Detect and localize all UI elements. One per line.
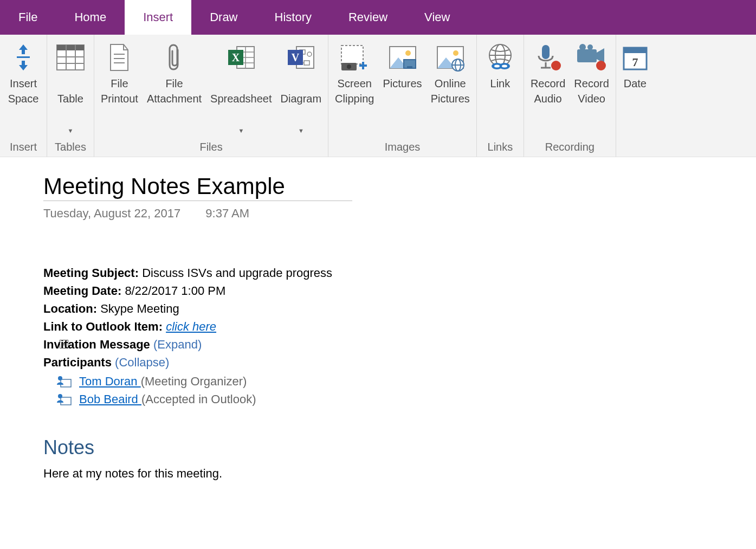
ribbon-group-recording: Record Audio Record Video Recording [524, 35, 616, 157]
participants-collapse-link[interactable]: (Collapse) [115, 356, 169, 369]
insert-space-button[interactable]: Insert Space [2, 38, 44, 139]
diagram-button[interactable]: V Diagram ▼ [276, 38, 326, 139]
microphone-icon [534, 41, 561, 74]
svg-point-51 [579, 44, 586, 50]
svg-rect-55 [624, 48, 647, 53]
svg-rect-29 [359, 64, 367, 67]
file-printout-button[interactable]: File Printout [96, 38, 143, 139]
visio-icon: V [287, 41, 315, 74]
pictures-icon [387, 41, 418, 74]
svg-rect-25 [341, 46, 363, 64]
svg-text:7: 7 [632, 55, 638, 69]
svg-point-45 [502, 65, 507, 68]
notes-body-text[interactable]: Here at my notes for this meeting. [43, 464, 756, 482]
location-label: Location: [43, 302, 97, 315]
record-audio-button[interactable]: Record Audio [526, 38, 570, 139]
svg-rect-2 [57, 45, 84, 50]
ribbon-label: Screen Clipping [335, 76, 374, 106]
meeting-location-row: Location: Skype Meeting [43, 300, 756, 318]
meeting-date-label: Meeting Date: [43, 284, 121, 298]
person-card-icon [56, 375, 72, 388]
outlook-link[interactable]: click here [166, 320, 216, 333]
invitation-row: + Invitation Message (Expand) [43, 335, 756, 353]
tab-draw[interactable]: Draw [191, 0, 256, 35]
note-body[interactable]: Meeting Subject: Discuss ISVs and upgrad… [43, 264, 756, 482]
tab-review[interactable]: Review [330, 0, 406, 35]
outlook-link-label: Link to Outlook Item: [43, 320, 163, 333]
page-title[interactable]: Meeting Notes Example [43, 173, 352, 201]
table-icon [56, 41, 85, 74]
svg-text:V: V [292, 51, 300, 63]
chevron-down-icon: ▼ [298, 127, 304, 134]
pictures-button[interactable]: Pictures [378, 38, 426, 139]
svg-rect-0 [17, 56, 30, 58]
svg-rect-50 [577, 49, 597, 62]
ribbon-label: Date [624, 76, 647, 106]
online-pictures-icon [435, 41, 466, 74]
paperclip-icon [167, 41, 182, 74]
tab-home[interactable]: Home [56, 0, 125, 35]
spreadsheet-button[interactable]: X Spreadsheet ▼ [206, 38, 276, 139]
screen-clipping-icon [339, 41, 370, 74]
svg-point-53 [596, 61, 606, 70]
note-page[interactable]: Meeting Notes Example Tuesday, August 22… [0, 157, 756, 482]
group-label-links: Links [477, 139, 524, 157]
ribbon-label: File Printout [101, 76, 138, 106]
ribbon-group-links: Link Links [477, 35, 524, 157]
ribbon-group-insert: Insert Space Insert [0, 35, 47, 157]
outlook-link-row: Link to Outlook Item: click here [43, 318, 756, 335]
video-camera-icon [576, 41, 608, 74]
date-button[interactable]: 7 Date [618, 38, 652, 139]
file-attachment-button[interactable]: File Attachment [143, 38, 206, 139]
svg-point-52 [587, 44, 593, 50]
participants-label: Participants [43, 356, 112, 369]
screen-clipping-button[interactable]: Screen Clipping [331, 38, 378, 139]
page-timestamp: Tuesday, August 22, 2017 9:37 AM [43, 206, 756, 221]
insert-space-icon [12, 41, 34, 74]
ribbon-label: Link [490, 76, 511, 106]
person-card-icon [56, 393, 72, 406]
participant-note: (Accepted in Outlook) [141, 392, 256, 406]
globe-link-icon [485, 41, 515, 74]
meeting-date-row: Meeting Date: 8/22/2017 1:00 PM [43, 282, 756, 300]
meeting-date-value: 8/22/2017 1:00 PM [125, 284, 225, 298]
tab-file[interactable]: File [0, 0, 56, 35]
svg-point-31 [405, 50, 411, 56]
ribbon-group-images: Screen Clipping Pictures [328, 35, 477, 157]
excel-icon: X [227, 41, 255, 74]
group-label-images: Images [328, 139, 476, 157]
ribbon-label: Record Audio [531, 76, 565, 106]
group-label-insert: Insert [0, 139, 47, 157]
table-button[interactable]: Table ▼ [49, 38, 92, 139]
tab-view[interactable]: View [406, 0, 468, 35]
ribbon-label: Diagram ▼ [281, 76, 322, 137]
svg-point-58 [58, 376, 62, 380]
svg-point-35 [453, 50, 458, 56]
record-video-button[interactable]: Record Video [570, 38, 613, 139]
participant-item: Tom Doran (Meeting Organizer) [56, 372, 756, 390]
tab-history[interactable]: History [256, 0, 330, 35]
link-button[interactable]: Link [479, 38, 521, 139]
participant-item: Bob Beaird (Accepted in Outlook) [56, 390, 756, 408]
participant-name-link[interactable]: Bob Beaird [79, 392, 141, 406]
expand-toggle-icon[interactable]: + [60, 340, 68, 348]
meeting-subject-text: Discuss ISVs and upgrade progress [142, 266, 332, 280]
group-label-empty [616, 139, 654, 157]
svg-point-44 [494, 65, 500, 68]
page-date: Tuesday, August 22, 2017 [43, 206, 180, 220]
online-pictures-button[interactable]: Online Pictures [427, 38, 474, 139]
ribbon-label: Pictures [383, 76, 422, 106]
ribbon-group-timestamp: 7 Date [616, 35, 654, 157]
svg-rect-33 [407, 66, 412, 68]
ribbon-group-tables: Table ▼ Tables [47, 35, 94, 157]
ribbon-label: Insert Space [8, 76, 39, 106]
participants-row: Participants (Collapse) [43, 353, 756, 371]
participant-note: (Meeting Organizer) [141, 374, 247, 388]
participant-name-link[interactable]: Tom Doran [79, 374, 141, 388]
invitation-expand-link[interactable]: (Expand) [153, 338, 202, 351]
location-value: Skype Meeting [100, 302, 179, 315]
svg-text:X: X [232, 51, 240, 63]
calendar-icon: 7 [623, 41, 648, 74]
tab-insert[interactable]: Insert [125, 0, 191, 35]
ribbon-group-files: File Printout File Attachment [94, 35, 328, 157]
